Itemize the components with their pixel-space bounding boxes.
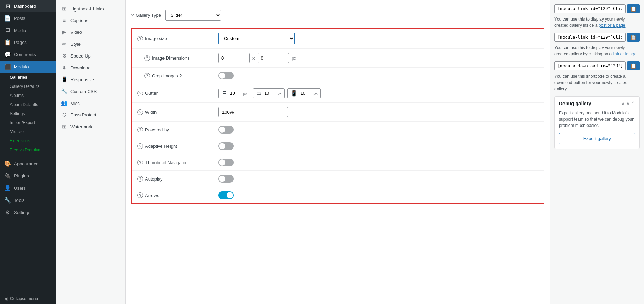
autoplay-control [218, 175, 538, 183]
thumbnail-navigator-row: ? Thumbnail Navigator [132, 154, 544, 171]
sidebar-item-label: Posts [14, 16, 25, 21]
autoplay-label: ? Autoplay [137, 176, 214, 182]
sec-item-watermark[interactable]: ⊞ Watermark [56, 121, 125, 132]
gutter-help-icon[interactable]: ? [137, 91, 143, 96]
gallery-type-select[interactable]: Slider Grid Custom Grid Masonry [165, 10, 221, 21]
image-width-input[interactable] [218, 53, 250, 63]
gutter-mobile: 📱 px [287, 88, 321, 98]
gutter-tablet-input[interactable] [263, 91, 276, 96]
debug-collapse-up[interactable]: ∧ [621, 101, 625, 106]
sidebar-item-label: Comments [14, 52, 36, 57]
arrows-label: ? Arrows [137, 192, 214, 198]
pass-protect-icon: 🛡 [61, 112, 68, 118]
sec-item-lightbox-links[interactable]: ⊞ Lightbox & Links [56, 3, 125, 15]
shortcode-input-page[interactable] [554, 4, 626, 13]
sidebar-item-import-export[interactable]: Import/Export [0, 118, 56, 127]
thumbnail-navigator-control [218, 159, 538, 166]
gutter-desktop-input[interactable] [228, 91, 242, 96]
custom-css-icon: 🔧 [61, 88, 68, 94]
gutter-control: 🖥 px ▭ px 📱 px [218, 88, 538, 98]
shortcode-label-page: You can use this to display your newly c… [554, 16, 640, 29]
sec-item-download[interactable]: ⬇ Download [56, 62, 125, 74]
crop-images-toggle[interactable] [218, 72, 234, 79]
copy-shortcode-page-button[interactable]: 📋 [627, 4, 640, 13]
sidebar-item-posts[interactable]: 📄 Posts [0, 12, 56, 24]
tools-icon: 🔧 [4, 197, 11, 204]
width-help-icon[interactable]: ? [137, 109, 143, 115]
sec-item-misc[interactable]: 👥 Misc [56, 97, 125, 109]
autoplay-help-icon[interactable]: ? [137, 176, 143, 182]
adaptive-height-help-icon[interactable]: ? [137, 143, 143, 149]
gallery-type-label: ? Gallery Type [131, 13, 161, 18]
sidebar-item-appearance[interactable]: 🎨 Appearance [0, 158, 56, 170]
sidebar-item-users[interactable]: 👤 Users [0, 182, 56, 194]
image-height-input[interactable] [258, 53, 289, 63]
thumbnail-navigator-help-icon[interactable]: ? [137, 160, 143, 165]
sidebar-item-label: Pages [14, 40, 27, 45]
sec-item-pass-protect[interactable]: 🛡 Pass Protect [56, 109, 125, 121]
copy-shortcode-link-button[interactable]: 📋 [627, 33, 640, 42]
sidebar-item-migrate[interactable]: Migrate [0, 127, 56, 136]
powered-by-toggle[interactable] [218, 126, 234, 134]
speedup-icon: ⚙ [61, 53, 68, 59]
debug-collapse-down[interactable]: ∨ [626, 101, 630, 106]
sidebar-item-album-defaults[interactable]: Album Defaults [0, 100, 56, 109]
sidebar-item-settings-wp[interactable]: ⚙ Settings [0, 206, 56, 219]
sidebar-item-galleries[interactable]: Galleries [0, 73, 56, 82]
sidebar-item-albums[interactable]: Albums [0, 91, 56, 100]
image-size-help-icon[interactable]: ? [137, 36, 143, 41]
sidebar-item-tools[interactable]: 🔧 Tools [0, 194, 56, 206]
sec-item-style[interactable]: ✏ Style [56, 38, 125, 50]
right-panel: 📋 You can use this to display your newly… [550, 0, 644, 304]
sidebar-item-pages[interactable]: 📋 Pages [0, 36, 56, 48]
dimension-separator: x [252, 55, 255, 61]
misc-icon: 👥 [61, 100, 68, 106]
arrows-toggle[interactable] [218, 191, 234, 199]
gutter-row: ? Gutter 🖥 px ▭ px 📱 px [132, 84, 544, 103]
image-size-select[interactable]: Custom Thumbnail Medium Large Full [218, 33, 295, 44]
link-or-image-link[interactable]: link or image [613, 52, 636, 56]
export-gallery-button[interactable]: Export gallery [559, 133, 635, 144]
crop-images-help-icon[interactable]: ? [144, 73, 150, 78]
width-input[interactable] [218, 107, 288, 117]
sec-item-speed-up[interactable]: ⚙ Speed Up [56, 50, 125, 62]
adaptive-height-toggle[interactable] [218, 142, 234, 150]
sec-item-video[interactable]: ▶ Video [56, 26, 125, 38]
image-dimensions-help-icon[interactable]: ? [144, 55, 150, 61]
sidebar-item-media[interactable]: 🖼 Media [0, 24, 56, 36]
dimension-unit: px [292, 56, 296, 61]
media-icon: 🖼 [4, 27, 11, 33]
autoplay-toggle[interactable] [218, 175, 234, 183]
sidebar-item-gallery-defaults[interactable]: Gallery Defaults [0, 82, 56, 91]
collapse-menu[interactable]: ◀ Collapse menu [0, 294, 56, 304]
adaptive-height-row: ? Adaptive Height [132, 138, 544, 154]
sidebar-item-free-vs-premium[interactable]: Free vs Premium [0, 145, 56, 154]
gallery-type-help-icon[interactable]: ? [131, 13, 134, 18]
thumbnail-navigator-toggle[interactable] [218, 159, 234, 166]
sidebar-item-plugins[interactable]: 🔌 Plugins [0, 170, 56, 182]
sidebar-item-extensions[interactable]: Extensions [0, 136, 56, 145]
adaptive-height-label: ? Adaptive Height [137, 143, 214, 149]
sidebar-divider [0, 156, 56, 156]
copy-shortcode-download-button[interactable]: 📋 [627, 61, 640, 70]
post-or-page-link[interactable]: post or a page [599, 23, 626, 28]
powered-by-help-icon[interactable]: ? [137, 127, 143, 132]
gutter-mobile-input[interactable] [299, 91, 312, 96]
sidebar-item-modula[interactable]: ⬛ Modula [0, 61, 56, 73]
powered-by-row: ? Powered by [132, 122, 544, 138]
image-size-control: Custom Thumbnail Medium Large Full [218, 33, 538, 44]
shortcode-input-link[interactable] [554, 33, 626, 42]
dashboard-icon: ⊞ [4, 3, 11, 9]
sec-item-responsive[interactable]: 📱 Responsive [56, 74, 125, 85]
debug-expand[interactable]: ⌃ [631, 101, 635, 106]
sec-item-custom-css[interactable]: 🔧 Custom CSS [56, 85, 125, 97]
shortcode-input-download[interactable] [554, 61, 626, 70]
sidebar-item-comments[interactable]: 💬 Comments [0, 48, 56, 61]
sidebar-item-settings[interactable]: Settings [0, 109, 56, 118]
arrows-help-icon[interactable]: ? [137, 192, 143, 198]
sidebar-item-dashboard[interactable]: ⊞ Dashboard [0, 0, 56, 12]
shortcode-row-link: 📋 [554, 33, 640, 42]
sec-item-captions[interactable]: ≡ Captions [56, 15, 125, 26]
mobile-icon: 📱 [290, 90, 297, 97]
crop-images-row: ? Crop Images ? [132, 68, 544, 84]
